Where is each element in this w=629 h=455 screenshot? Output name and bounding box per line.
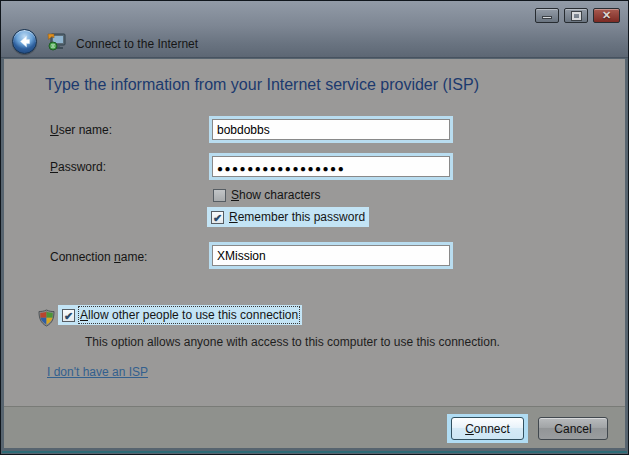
close-button[interactable]: ✕ [593,8,620,23]
connect-to-internet-dialog: ✕ Connect to the Internet Type the infor… [0,0,629,455]
checkmark-icon: ✔ [212,212,223,224]
no-isp-link[interactable]: I don't have an ISP [47,365,148,379]
remember-password-highlight: ✔ Remember this password [207,207,369,227]
remember-password-checkbox[interactable]: ✔ [211,211,224,224]
show-characters-row: Show characters [213,188,320,202]
title-bar: ✕ Connect to the Internet [1,1,628,58]
connect-button[interactable]: Connect [451,417,524,440]
password-label: Password: [50,160,106,174]
window-bottom-accent [2,451,627,453]
back-arrow-icon [17,34,32,49]
show-characters-label[interactable]: Show characters [231,188,320,202]
password-input[interactable] [212,156,450,177]
allow-other-people-label[interactable]: Allow other people to use this connectio… [80,308,298,322]
password-input-highlight [209,153,453,180]
network-connection-icon [47,31,68,52]
allow-other-people-checkbox[interactable]: ✔ [62,309,75,322]
connection-name-label: Connection name: [50,250,147,264]
dialog-footer: Connect Cancel [4,406,625,448]
checkmark-icon: ✔ [63,310,74,322]
page-title: Type the information from your Internet … [45,76,479,94]
connection-name-input-highlight [209,242,453,269]
minimize-button[interactable] [535,8,559,23]
maximize-button[interactable] [564,8,588,23]
connection-name-input[interactable] [212,245,450,266]
username-input[interactable] [212,119,450,140]
username-label: User name: [50,123,112,137]
uac-shield-icon [38,309,55,327]
remember-password-label[interactable]: Remember this password [229,210,365,224]
connect-button-highlight: Connect [447,414,528,443]
dialog-content: Type the information from your Internet … [4,59,625,406]
close-icon: ✕ [602,10,611,21]
maximize-icon [572,12,581,20]
cancel-button[interactable]: Cancel [538,417,608,440]
allow-others-description: This option allows anyone with access to… [85,335,500,349]
allow-others-highlight: ✔ Allow other people to use this connect… [58,305,302,325]
window-title: Connect to the Internet [76,37,198,51]
show-characters-checkbox[interactable] [213,189,226,202]
username-input-highlight [209,116,453,143]
back-button[interactable] [12,29,37,54]
minimize-icon [542,16,552,19]
window-controls: ✕ [535,8,620,23]
